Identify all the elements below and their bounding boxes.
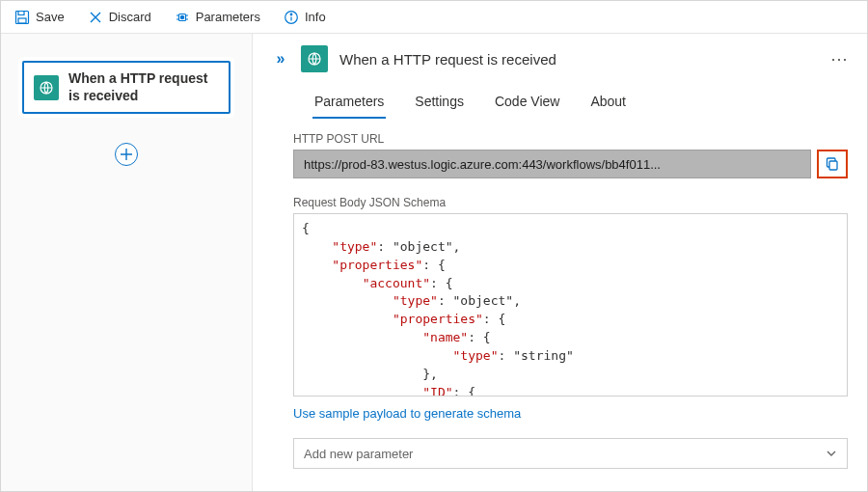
panel-tabs: Parameters Settings Code View About — [272, 72, 852, 119]
tab-parameters[interactable]: Parameters — [312, 86, 386, 119]
http-post-url-field[interactable]: https://prod-83.westus.logic.azure.com:4… — [293, 150, 811, 178]
svg-point-5 — [290, 14, 292, 15]
more-icon[interactable]: ⋯ — [827, 50, 852, 68]
save-icon — [14, 10, 30, 25]
add-step-button[interactable] — [115, 143, 138, 166]
discard-label: Discard — [109, 10, 151, 24]
svg-rect-8 — [829, 161, 837, 170]
use-sample-payload-link[interactable]: Use sample payload to generate schema — [293, 406, 521, 421]
add-new-parameter-label: Add new parameter — [304, 447, 413, 461]
http-post-url-label: HTTP POST URL — [293, 132, 848, 146]
trigger-node-label: When a HTTP request is received — [68, 70, 219, 104]
save-label: Save — [36, 10, 65, 24]
panel-http-icon — [301, 45, 328, 72]
copy-url-button[interactable] — [817, 150, 848, 178]
parameters-button[interactable]: Parameters — [165, 4, 270, 31]
info-label: Info — [305, 10, 326, 24]
tab-about[interactable]: About — [588, 86, 628, 119]
add-new-parameter-dropdown[interactable]: Add new parameter — [293, 438, 848, 469]
info-icon — [284, 10, 299, 25]
schema-label: Request Body JSON Schema — [293, 196, 848, 209]
discard-icon — [88, 10, 103, 25]
info-button[interactable]: Info — [274, 4, 336, 31]
panel-title: When a HTTP request is received — [339, 51, 815, 68]
copy-icon — [825, 156, 840, 172]
discard-button[interactable]: Discard — [78, 4, 161, 31]
http-trigger-icon — [34, 75, 59, 100]
chevron-down-icon — [826, 448, 837, 459]
parameters-icon — [175, 10, 190, 25]
details-panel: » When a HTTP request is received ⋯ Para… — [253, 34, 867, 491]
trigger-node[interactable]: When a HTTP request is received — [22, 61, 231, 114]
tab-code-view[interactable]: Code View — [493, 86, 561, 119]
schema-editor[interactable]: { "type": "object", "properties": { "acc… — [293, 213, 848, 396]
svg-rect-1 — [18, 18, 26, 23]
toolbar: Save Discard Parameters Info — [1, 1, 867, 34]
svg-point-3 — [180, 15, 183, 18]
collapse-icon[interactable]: » — [272, 50, 289, 68]
save-button[interactable]: Save — [5, 4, 74, 31]
tab-settings[interactable]: Settings — [413, 86, 466, 119]
designer-canvas: When a HTTP request is received — [1, 34, 253, 491]
parameters-label: Parameters — [196, 10, 260, 24]
